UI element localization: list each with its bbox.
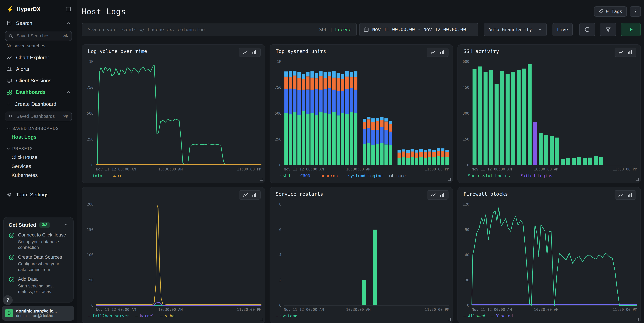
- saved-dashboards-input[interactable]: ⌘K: [5, 112, 72, 121]
- legend-item[interactable]: —fail2ban-server: [88, 313, 130, 318]
- svg-text:100: 100: [87, 253, 94, 257]
- saved-dashboards-field[interactable]: [16, 113, 61, 120]
- help-button[interactable]: ?: [3, 295, 13, 305]
- legend-item[interactable]: —Allowed: [464, 313, 485, 318]
- chart-canvas[interactable]: 02505007501KNov 11 12:00:00 AM10:30:00 A…: [270, 58, 452, 172]
- resize-handle[interactable]: [636, 178, 639, 181]
- more-options-button[interactable]: [630, 7, 640, 17]
- live-button[interactable]: Live: [552, 23, 573, 36]
- event-search-box[interactable]: SQL | Lucene: [82, 23, 357, 36]
- svg-text:1K: 1K: [277, 60, 282, 64]
- dashboard-grid: Log volume over time 02505007501KNov 11 …: [82, 44, 640, 323]
- sidebar-item-dashboards[interactable]: Dashboards: [0, 86, 77, 98]
- presets-section-header[interactable]: PRESETS: [6, 146, 70, 151]
- sidebar-item-kubernetes[interactable]: Kubernetes: [0, 171, 77, 180]
- step-title: Create Data Sources: [18, 254, 68, 260]
- chevron-up-icon[interactable]: [66, 21, 71, 26]
- sidebar-item-client-sessions[interactable]: Client Sessions: [0, 75, 77, 86]
- chevron-up-icon[interactable]: [64, 222, 68, 227]
- line-chart-icon[interactable]: [430, 50, 436, 55]
- svg-text:120: 120: [462, 202, 469, 206]
- get-started-card: Get Started 3/3 Connect to ClickHouse Se…: [3, 217, 74, 302]
- svg-text:11:30:00 PM: 11:30:00 PM: [237, 167, 262, 171]
- chart-canvas[interactable]: 050100150200Nov 11 12:00:00 AM10:30:00 A…: [82, 201, 265, 312]
- sidebar-item-search[interactable]: Search: [0, 18, 77, 29]
- date-range-picker[interactable]: Nov 11 00:00:00 - Nov 12 00:00:00: [359, 23, 478, 36]
- chart-canvas[interactable]: 02468Nov 11 12:00:00 AM10:30:00 AM11:30:…: [270, 201, 452, 312]
- legend-item[interactable]: —Successful Logins: [464, 173, 510, 178]
- get-started-step[interactable]: Connect to ClickHouse Set up your databa…: [8, 232, 68, 250]
- sql-mode-toggle[interactable]: SQL: [319, 27, 328, 32]
- check-circle-icon: [8, 254, 15, 260]
- sidebar-item-host-logs[interactable]: Host Logs: [0, 133, 77, 142]
- bar-chart-icon[interactable]: [627, 50, 633, 55]
- svg-text:11:30:00 PM: 11:30:00 PM: [237, 307, 262, 312]
- legend-item[interactable]: —kernel: [135, 313, 154, 318]
- legend-item[interactable]: —sshd: [160, 313, 175, 318]
- step-subtitle: Configure where your data comes from: [18, 261, 68, 272]
- create-dashboard-button[interactable]: Create Dashboard: [0, 98, 77, 109]
- run-query-button[interactable]: [621, 23, 640, 36]
- chart-legend: —info—warn: [82, 172, 265, 183]
- sidebar-item-chart-explorer[interactable]: Chart Explorer: [0, 52, 77, 64]
- sidebar-item-services[interactable]: Services: [0, 162, 77, 171]
- saved-searches-input[interactable]: ⌘K: [5, 31, 72, 41]
- chart-type-toggle: [239, 190, 260, 200]
- legend-item[interactable]: —warn: [108, 173, 122, 178]
- line-chart-icon[interactable]: [618, 192, 624, 198]
- svg-text:150: 150: [87, 227, 94, 232]
- panel-title: Service restarts: [276, 191, 323, 197]
- filter-button[interactable]: [600, 23, 616, 36]
- saved-searches-field[interactable]: [16, 33, 61, 39]
- event-search-input[interactable]: [87, 27, 316, 33]
- legend-item[interactable]: —CRON: [296, 173, 310, 178]
- legend-label: Blocked: [496, 313, 513, 318]
- shortcut-hint: ⌘K: [64, 114, 68, 119]
- legend-item[interactable]: —Blocked: [491, 313, 513, 318]
- tags-button[interactable]: 0 Tags: [594, 7, 627, 17]
- get-started-step[interactable]: Create Data Sources Configure where your…: [8, 254, 68, 272]
- line-chart-icon[interactable]: [243, 50, 248, 55]
- legend-item[interactable]: —systemd: [276, 313, 298, 318]
- bar-chart-icon[interactable]: [440, 50, 445, 55]
- chart-canvas[interactable]: 0306090120Nov 11 12:00:00 AM10:30:00 AM1…: [458, 201, 640, 312]
- resize-handle[interactable]: [636, 318, 639, 321]
- chart-canvas[interactable]: 02505007501KNov 11 12:00:00 AM10:30:00 A…: [82, 58, 265, 172]
- refresh-button[interactable]: [579, 23, 595, 36]
- legend-item[interactable]: —anacron: [316, 173, 338, 178]
- bar-chart-icon[interactable]: [440, 192, 445, 198]
- sidebar-item-team-settings[interactable]: Team Settings: [0, 189, 77, 200]
- granularity-select[interactable]: Auto Granularity: [484, 23, 547, 36]
- sidebar-item-clickhouse[interactable]: ClickHouse: [0, 153, 77, 162]
- bar-chart-icon[interactable]: [252, 50, 257, 55]
- line-chart-icon[interactable]: [430, 192, 436, 198]
- svg-text:10:30:00 AM: 10:30:00 AM: [534, 307, 558, 312]
- svg-text:150: 150: [462, 137, 469, 141]
- resize-handle[interactable]: [448, 178, 451, 181]
- legend-item[interactable]: —info: [88, 173, 102, 178]
- resize-handle[interactable]: [260, 178, 263, 181]
- legend-swatch: —: [464, 313, 466, 318]
- line-chart-icon[interactable]: [618, 50, 624, 55]
- user-menu[interactable]: D dominic.tran@clic... dominic.tran@clic…: [2, 306, 74, 321]
- resize-handle[interactable]: [260, 318, 263, 321]
- legend-item[interactable]: —sshd: [276, 173, 290, 178]
- legend-item[interactable]: —Failed Logins: [516, 173, 552, 178]
- panel-log-volume-over-time: Log volume over time 02505007501KNov 11 …: [82, 44, 265, 183]
- legend-label: Allowed: [468, 313, 485, 318]
- line-chart-icon[interactable]: [243, 192, 248, 198]
- panel-ssh-activity: SSH activity 0150300450600Nov 11 12:00:0…: [458, 44, 641, 183]
- saved-dashboards-section-header[interactable]: SAVED DASHBOARDS: [6, 126, 70, 131]
- bar-chart-icon[interactable]: [627, 192, 633, 198]
- chevron-up-icon[interactable]: [66, 90, 71, 95]
- chart-canvas[interactable]: 0150300450600Nov 11 12:00:00 AM10:30:00 …: [458, 58, 640, 172]
- resize-handle[interactable]: [448, 318, 451, 321]
- lucene-mode-toggle[interactable]: Lucene: [335, 27, 352, 32]
- legend-item[interactable]: —systemd-logind: [344, 173, 382, 178]
- get-started-step[interactable]: Add Data Start sending logs, metrics, or…: [8, 276, 68, 294]
- chart-legend: —sshd—CRON—anacron—systemd-logind+4 more: [270, 172, 452, 183]
- legend-more[interactable]: +4 more: [388, 173, 406, 178]
- collapse-sidebar-icon[interactable]: [66, 6, 71, 12]
- sidebar-item-alerts[interactable]: Alerts: [0, 63, 77, 75]
- bar-chart-icon[interactable]: [252, 192, 257, 198]
